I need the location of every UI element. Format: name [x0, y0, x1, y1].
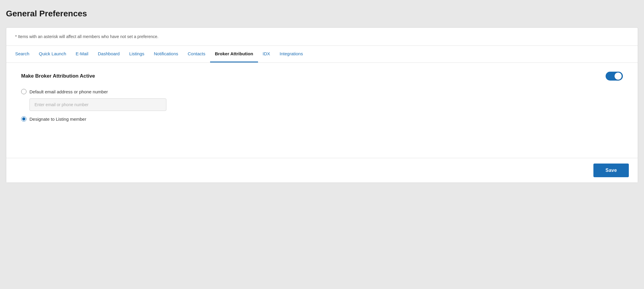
broker-attribution-toggle[interactable] [606, 72, 623, 81]
broker-attribution-row: Make Broker Attribution Active [21, 72, 623, 81]
tab-contacts[interactable]: Contacts [183, 46, 210, 62]
tab-broker-attribution[interactable]: Broker Attribution [210, 46, 258, 62]
email-input-wrapper [29, 98, 623, 111]
toggle-track [606, 72, 623, 81]
footer-bar: Save [6, 158, 638, 183]
tab-integrations[interactable]: Integrations [275, 46, 308, 62]
tab-email[interactable]: E-Mail [71, 46, 93, 62]
save-button[interactable]: Save [593, 164, 629, 177]
page-title: General Preferences [6, 6, 638, 21]
tab-quick-launch[interactable]: Quick Launch [34, 46, 71, 62]
tab-search[interactable]: Search [15, 46, 34, 62]
content-area: Make Broker Attribution Active Default e… [6, 63, 638, 158]
radio-option-default-email: Default email address or phone number [21, 89, 623, 94]
radio-option-designate: Designate to Listing member [21, 116, 623, 122]
radio-default-email-label[interactable]: Default email address or phone number [29, 89, 108, 94]
radio-designate-listing-label[interactable]: Designate to Listing member [29, 117, 86, 122]
tab-dashboard[interactable]: Dashboard [93, 46, 124, 62]
broker-attribution-label: Make Broker Attribution Active [21, 73, 95, 79]
tab-listings[interactable]: Listings [124, 46, 149, 62]
asterisk-note: * Items with an asterisk will affect all… [6, 28, 638, 46]
tab-idx[interactable]: IDX [258, 46, 275, 62]
tabs-bar: Search Quick Launch E-Mail Dashboard Lis… [6, 46, 638, 63]
toggle-thumb [615, 73, 622, 80]
main-card: * Items with an asterisk will affect all… [6, 27, 638, 183]
radio-designate-listing[interactable] [21, 116, 26, 122]
tab-notifications[interactable]: Notifications [149, 46, 183, 62]
radio-default-email[interactable] [21, 89, 26, 94]
email-phone-input[interactable] [29, 98, 166, 111]
